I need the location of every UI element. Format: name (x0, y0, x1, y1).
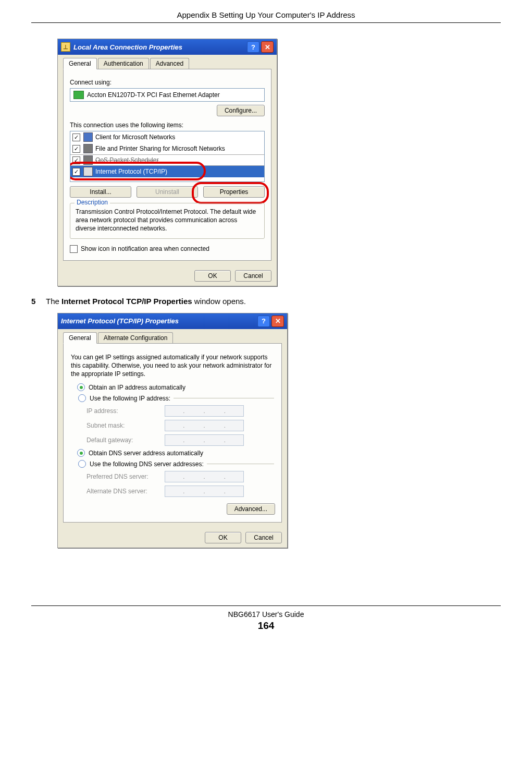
connect-using-label: Connect using: (70, 79, 265, 86)
list-item-label: Client for Microsoft Networks (95, 134, 175, 141)
ip-grid: IP address:... Subnet mask:... Default g… (86, 405, 274, 446)
tab-advanced[interactable]: Advanced (150, 58, 189, 69)
tcpip-properties-window: Internet Protocol (TCP/IP) Properties ? … (57, 313, 288, 549)
description-text: Transmission Control Protocol/Internet P… (76, 208, 259, 233)
list-item-label: QoS Packet Scheduler (95, 156, 158, 164)
qos-icon (83, 155, 93, 165)
close-button[interactable]: ✕ (261, 41, 274, 53)
tab-general[interactable]: General (63, 58, 97, 69)
list-item-selected[interactable]: Internet Protocol (TCP/IP) (70, 166, 264, 177)
dialog-footer: OK Cancel (58, 266, 277, 286)
list-item[interactable]: QoS Packet Scheduler (70, 154, 264, 166)
cancel-button[interactable]: Cancel (235, 270, 271, 282)
window-icon: ⊥ (61, 42, 70, 52)
page-footer: NBG6617 User's Guide 164 (31, 605, 501, 632)
radio-ip-manual[interactable]: Use the following IP address: (78, 394, 274, 402)
help-button[interactable]: ? (257, 316, 270, 327)
titlebar: ⊥ Local Area Connection Properties ? ✕ (58, 39, 277, 55)
step-line: 5 The Internet Protocol TCP/IP Propertie… (31, 297, 501, 306)
gateway-label: Default gateway: (86, 436, 165, 444)
description-legend: Description (75, 199, 110, 206)
list-item-label: File and Printer Sharing for Microsoft N… (95, 145, 225, 152)
list-item-label: Internet Protocol (TCP/IP) (95, 168, 167, 175)
step-text-post: window opens. (192, 297, 246, 306)
window-title: Local Area Connection Properties (73, 43, 182, 51)
checkbox-icon[interactable] (72, 145, 80, 153)
lan-properties-window: ⊥ Local Area Connection Properties ? ✕ G… (57, 39, 277, 286)
adapter-field[interactable]: Accton EN1207D-TX PCI Fast Ethernet Adap… (70, 88, 265, 102)
intro-text: You can get IP settings assigned automat… (71, 353, 274, 379)
dialog-footer: OK Cancel (58, 528, 287, 548)
guide-name: NBG6617 User's Guide (31, 610, 501, 619)
radio-icon[interactable] (78, 394, 86, 402)
tab-alt-config[interactable]: Alternate Configuration (98, 332, 174, 344)
window-title: Internet Protocol (TCP/IP) Properties (61, 317, 179, 325)
pref-dns-input: ... (165, 471, 244, 482)
tabstrip: General Authentication Advanced (63, 58, 271, 69)
share-icon (83, 144, 93, 153)
gateway-input: ... (165, 434, 244, 446)
ip-input: ... (165, 405, 244, 417)
nic-icon (73, 91, 84, 99)
tab-general[interactable]: General (63, 332, 97, 344)
step-text-pre: The (46, 297, 61, 306)
properties-button[interactable]: Properties (203, 186, 265, 198)
subnet-label: Subnet mask: (86, 422, 165, 429)
alt-dns-label: Alternate DNS server: (86, 488, 165, 495)
radio-ip-auto[interactable]: Obtain an IP address automatically (77, 383, 275, 391)
tabstrip: General Alternate Configuration (63, 332, 282, 344)
items-label: This connection uses the following items… (70, 122, 265, 129)
radio-dns-auto[interactable]: Obtain DNS server address automatically (77, 449, 275, 457)
checkbox-icon[interactable] (72, 168, 80, 176)
page-number: 164 (31, 620, 501, 632)
list-item[interactable]: Client for Microsoft Networks (70, 131, 264, 143)
step-text-bold: Internet Protocol TCP/IP Properties (61, 297, 192, 306)
configure-button[interactable]: Configure... (217, 105, 265, 116)
install-button[interactable]: Install... (70, 186, 131, 198)
checkbox-icon[interactable] (70, 245, 78, 253)
radio-label: Obtain an IP address automatically (89, 384, 185, 391)
tab-panel: Connect using: Accton EN1207D-TX PCI Fas… (63, 69, 271, 261)
advanced-button[interactable]: Advanced... (227, 503, 275, 515)
step-text: The Internet Protocol TCP/IP Properties … (46, 297, 246, 306)
radio-label: Use the following DNS server addresses: (90, 460, 204, 468)
ok-button[interactable]: OK (194, 270, 231, 282)
help-button[interactable]: ? (247, 41, 259, 53)
tab-panel: You can get IP settings assigned automat… (63, 343, 282, 523)
show-icon-label: Show icon in notification area when conn… (81, 245, 209, 252)
alt-dns-input: ... (165, 486, 244, 497)
ok-button[interactable]: OK (205, 532, 241, 543)
titlebar: Internet Protocol (TCP/IP) Properties ? … (58, 313, 287, 329)
show-icon-row[interactable]: Show icon in notification area when conn… (70, 245, 265, 253)
step-number: 5 (31, 297, 46, 306)
client-icon (83, 132, 93, 142)
radio-icon[interactable] (77, 449, 85, 457)
radio-label: Obtain DNS server address automatically (89, 450, 203, 457)
radio-dns-manual[interactable]: Use the following DNS server addresses: (78, 460, 274, 468)
adapter-name: Accton EN1207D-TX PCI Fast Ethernet Adap… (87, 91, 220, 99)
radio-label: Use the following IP address: (90, 395, 170, 402)
items-list[interactable]: Client for Microsoft Networks File and P… (70, 131, 265, 182)
radio-icon[interactable] (77, 383, 85, 391)
pref-dns-label: Preferred DNS server: (86, 473, 165, 480)
checkbox-icon[interactable] (72, 156, 80, 164)
tab-authentication[interactable]: Authentication (98, 58, 149, 69)
page-header: Appendix B Setting Up Your Computer's IP… (31, 10, 501, 23)
checkbox-icon[interactable] (72, 134, 80, 141)
description-group: Description Transmission Control Protoco… (70, 203, 265, 239)
close-button[interactable]: ✕ (271, 316, 284, 327)
ip-label: IP address: (86, 407, 165, 415)
dns-grid: Preferred DNS server:... Alternate DNS s… (86, 471, 274, 497)
uninstall-button: Uninstall (137, 186, 198, 198)
list-item[interactable]: File and Printer Sharing for Microsoft N… (70, 143, 264, 154)
subnet-input: ... (165, 420, 244, 431)
cancel-button[interactable]: Cancel (245, 532, 282, 543)
tcpip-icon (83, 167, 93, 176)
radio-icon[interactable] (78, 460, 86, 468)
